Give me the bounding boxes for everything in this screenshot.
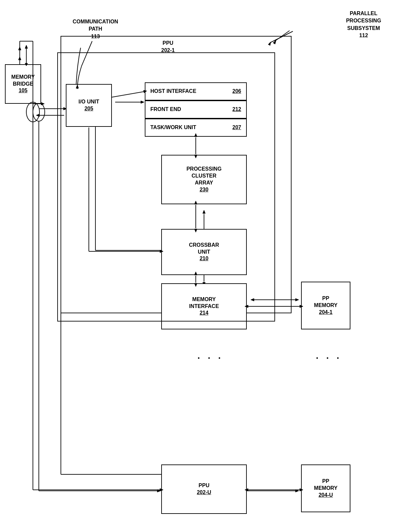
svg-marker-35 [268, 42, 271, 45]
pp-memory-1-box: PP MEMORY 204-1 [301, 282, 350, 329]
pp-line3: SUBSYSTEM [347, 25, 380, 31]
mi-line1: MEMORY [192, 296, 216, 303]
pp-line1: PARALLEL [350, 11, 377, 16]
diagram-container: MEMORY BRIDGE 105 COMMUNICATION PATH 113… [0, 0, 408, 532]
svg-marker-33 [25, 45, 28, 48]
ppu-u-box: PPU 202-U [161, 464, 247, 514]
ppu1-line1: PPU [163, 40, 173, 46]
ppmu-line3: 204-U [319, 492, 333, 499]
ppm1-line3: 204-1 [319, 309, 333, 316]
svg-marker-42 [273, 40, 276, 44]
svg-point-6 [33, 103, 45, 121]
ppmu-line2: MEMORY [314, 485, 337, 492]
comm-path-line2: PATH [89, 26, 102, 32]
comm-path-line3: 113 [91, 34, 100, 39]
processing-cluster-box: PROCESSING CLUSTER ARRAY 230 [161, 155, 247, 204]
pp-line4: 112 [359, 33, 368, 38]
crossbar-line2: UNIT [198, 249, 210, 256]
host-interface-line2: 206 [232, 88, 241, 95]
svg-point-74 [26, 102, 39, 122]
pc-line1: PROCESSING [187, 166, 222, 173]
pc-line3: ARRAY [195, 180, 213, 186]
svg-marker-11 [141, 101, 144, 103]
memory-bridge-line2: BRIDGE [13, 81, 33, 88]
ppm1-line1: PP [322, 295, 329, 302]
communication-path-label: COMMUNICATION PATH 113 [66, 18, 125, 40]
comm-path-line1: COMMUNICATION [73, 19, 118, 24]
parallel-processing-label: PARALLEL PROCESSING SUBSYSTEM 112 [336, 10, 392, 40]
front-end-line1: FRONT END [150, 106, 181, 113]
front-end-box: FRONT END 212 [145, 100, 247, 119]
io-unit-line2: 205 [85, 105, 93, 112]
host-interface-box: HOST INTERFACE 206 [145, 82, 247, 100]
mi-line3: 214 [200, 310, 209, 317]
ppuu-line2: 202-U [197, 489, 211, 496]
front-end-line2: 212 [232, 106, 241, 113]
svg-marker-16 [203, 210, 205, 213]
svg-marker-31 [18, 57, 21, 60]
svg-marker-25 [251, 298, 254, 301]
crossbar-line1: CROSSBAR [189, 242, 219, 249]
svg-marker-9 [157, 490, 161, 492]
memory-bridge-box: MEMORY BRIDGE 105 [5, 64, 41, 104]
ppm1-line2: MEMORY [314, 302, 337, 309]
crossbar-unit-box: CROSSBAR UNIT 210 [161, 229, 247, 275]
mi-line2: INTERFACE [189, 303, 219, 310]
svg-marker-38 [295, 490, 299, 492]
task-work-line1: TASK/WORK UNIT [150, 124, 196, 131]
memory-interface-box: MEMORY INTERFACE 214 [161, 283, 247, 329]
svg-line-34 [270, 31, 293, 43]
host-interface-line1: HOST INTERFACE [150, 88, 196, 95]
ppu1-line2: 202-1 [161, 47, 175, 53]
pp-memory-u-box: PP MEMORY 204-U [301, 464, 350, 512]
io-unit-line1: I/O UNIT [78, 98, 99, 105]
dots-pp-memory: . . . [316, 349, 342, 362]
ppuu-line1: PPU [199, 482, 210, 489]
memory-bridge-line1: MEMORY [11, 74, 35, 81]
pc-line2: CLUSTER [191, 173, 217, 180]
io-unit-box: I/O UNIT 205 [66, 84, 112, 127]
svg-marker-26 [295, 298, 299, 301]
ppmu-line1: PP [322, 478, 329, 485]
svg-marker-5 [36, 114, 39, 117]
pc-line4: 230 [200, 186, 209, 193]
memory-bridge-line3: 105 [19, 87, 28, 94]
svg-line-44 [112, 92, 144, 97]
crossbar-line3: 210 [200, 255, 209, 262]
ppu-1-label: PPU 202-1 [161, 40, 175, 54]
svg-marker-66 [41, 102, 44, 105]
pp-line2: PROCESSING [346, 18, 381, 23]
task-work-unit-box: TASK/WORK UNIT 207 [145, 119, 247, 137]
task-work-line2: 207 [232, 124, 241, 131]
dots-main: . . . [197, 349, 223, 362]
svg-line-41 [275, 31, 290, 41]
svg-marker-68 [18, 47, 21, 50]
